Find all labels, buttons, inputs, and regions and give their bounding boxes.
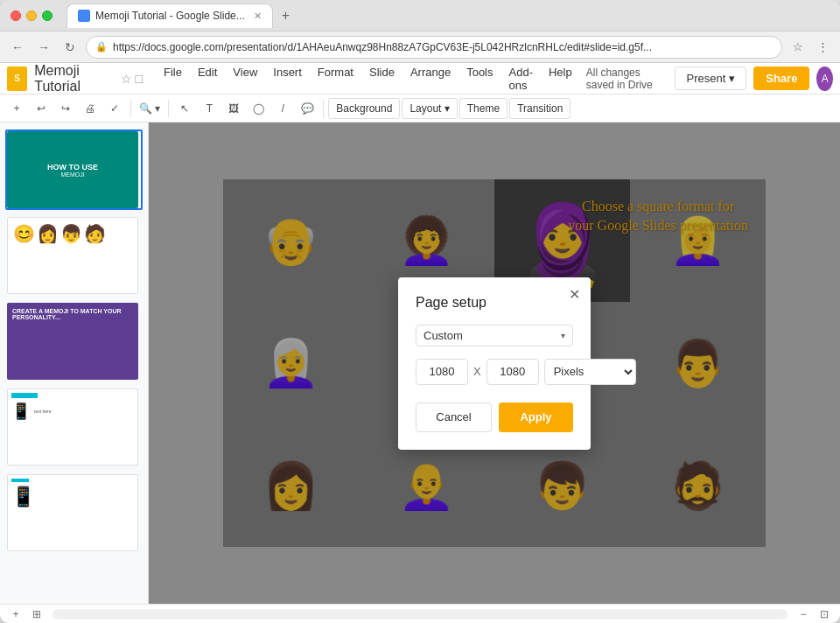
slide-panel: 1 HOW TO USE MEMOJI 2 😊 👩 👦 🧑 xyxy=(0,122,149,604)
slide-1-preview: HOW TO USE MEMOJI xyxy=(7,131,138,208)
app-menu: File Edit View Insert Format Slide Arran… xyxy=(157,62,579,95)
layout-button[interactable]: Layout ▾ xyxy=(402,98,457,119)
main-area: 1 HOW TO USE MEMOJI 2 😊 👩 👦 🧑 xyxy=(0,122,840,604)
bookmark-button[interactable]: ☆ xyxy=(788,37,808,58)
horizontal-scrollbar[interactable] xyxy=(52,609,788,620)
apply-button[interactable]: Apply xyxy=(499,402,573,432)
slides-logo-icon: S xyxy=(7,66,27,91)
canvas-area: 👴 👩‍🦱 🧕 👱‍♀️ 👩‍🦳 👨‍🦱 👧 👨 👩 👩‍🦲 👦 🧔 C xyxy=(149,122,840,604)
slide-thumb-4[interactable]: 4 📱 text here xyxy=(5,387,143,467)
height-input[interactable] xyxy=(486,359,539,385)
active-tab[interactable]: Memoji Tutorial - Google Slide... ✕ xyxy=(66,4,273,28)
toolbar-divider-1 xyxy=(130,100,131,117)
layout-label: Layout ▾ xyxy=(410,102,449,115)
toolbar-plus-button[interactable]: + xyxy=(5,97,28,120)
grid-view-button[interactable]: ⊞ xyxy=(28,606,46,623)
format-dropdown[interactable]: Custom ▾ xyxy=(416,325,573,346)
toolbar-print-button[interactable]: 🖨 xyxy=(79,97,102,120)
slide-canvas: 👴 👩‍🦱 🧕 👱‍♀️ 👩‍🦳 👨‍🦱 👧 👨 👩 👩‍🦲 👦 🧔 C xyxy=(223,179,766,547)
slide-thumb-2[interactable]: 2 😊 👩 👦 🧑 xyxy=(5,215,143,296)
toolbar-image-button[interactable]: 🖼 xyxy=(222,97,245,120)
star-icon[interactable]: ☆ xyxy=(121,72,132,86)
drive-icon[interactable]: □ xyxy=(136,72,143,86)
minimize-window-button[interactable] xyxy=(26,10,37,21)
dialog-title: Page setup xyxy=(416,295,573,311)
menu-arrange[interactable]: Arrange xyxy=(403,62,458,95)
bottom-right: − ⊡ xyxy=(794,606,833,623)
refresh-button[interactable]: ↻ xyxy=(60,37,80,58)
share-button[interactable]: Share xyxy=(753,66,809,90)
app-bar-right: All changes saved in Drive Present ▾ Sha… xyxy=(586,66,833,91)
url-text: https://docs.google.com/presentation/d/1… xyxy=(113,41,652,53)
address-actions: ☆ ⋮ xyxy=(788,37,833,58)
app-title: Memoji Tutorial xyxy=(34,63,113,94)
bottom-left: + ⊞ xyxy=(7,606,46,623)
tab-bar: Memoji Tutorial - Google Slide... ✕ + xyxy=(66,4,830,28)
transition-button[interactable]: Transition xyxy=(509,98,570,119)
saved-status: All changes saved in Drive xyxy=(586,66,668,91)
background-label: Background xyxy=(336,102,392,115)
menu-help[interactable]: Help xyxy=(542,62,579,95)
modal-overlay: Page setup ✕ Custom ▾ X xyxy=(223,179,766,547)
address-bar: ← → ↻ 🔒 https://docs.google.com/presenta… xyxy=(0,32,840,63)
slide-thumb-1[interactable]: 1 HOW TO USE MEMOJI xyxy=(5,130,143,210)
slide-5-preview: 📱 xyxy=(7,474,138,551)
toolbar-spellcheck-button[interactable]: ✓ xyxy=(103,97,126,120)
slide-2-preview: 😊 👩 👦 🧑 xyxy=(7,217,138,294)
traffic-lights xyxy=(10,10,52,21)
slide-thumb-5[interactable]: 5 📱 xyxy=(5,472,143,553)
menu-edit[interactable]: Edit xyxy=(191,62,224,95)
menu-slide[interactable]: Slide xyxy=(362,62,402,95)
toolbar-divider-2 xyxy=(168,100,169,117)
back-button[interactable]: ← xyxy=(7,37,28,58)
toolbar-zoom-button[interactable]: 🔍 ▾ xyxy=(136,97,164,120)
menu-addons[interactable]: Add-ons xyxy=(502,62,540,95)
app-title-icons: ☆ □ xyxy=(121,72,143,86)
new-tab-button[interactable]: + xyxy=(276,8,295,24)
toolbar-undo-button[interactable]: ↩ xyxy=(30,97,52,120)
zoom-out-button[interactable]: − xyxy=(794,606,812,623)
menu-insert[interactable]: Insert xyxy=(266,62,309,95)
dimension-separator: X xyxy=(473,365,481,378)
browser-menu-button[interactable]: ⋮ xyxy=(812,37,833,58)
theme-button[interactable]: Theme xyxy=(459,98,508,119)
toolbar-text-button[interactable]: T xyxy=(198,97,220,120)
slide-thumb-3[interactable]: 3 CREATE A MEMOJI TO MATCH YOUR PERSONAL… xyxy=(5,301,143,382)
menu-file[interactable]: File xyxy=(157,62,189,95)
slide-3-preview: CREATE A MEMOJI TO MATCH YOUR PERSONALIT… xyxy=(7,303,138,380)
present-dropdown-icon: ▾ xyxy=(729,72,735,85)
unit-select[interactable]: Pixels Inches Centimeters Points xyxy=(544,359,636,385)
forward-button[interactable]: → xyxy=(33,37,54,58)
present-button[interactable]: Present ▾ xyxy=(675,66,746,90)
dialog-close-button[interactable]: ✕ xyxy=(569,288,580,302)
cancel-button[interactable]: Cancel xyxy=(416,402,492,432)
url-bar[interactable]: 🔒 https://docs.google.com/presentation/d… xyxy=(86,36,782,59)
width-input[interactable] xyxy=(416,359,468,385)
tab-close-button[interactable]: ✕ xyxy=(254,10,262,22)
toolbar-shape-button[interactable]: ◯ xyxy=(247,97,270,120)
format-label: Custom xyxy=(424,329,463,342)
menu-tools[interactable]: Tools xyxy=(459,62,500,95)
dimension-row: X Pixels Inches Centimeters Points xyxy=(416,359,573,385)
maximize-window-button[interactable] xyxy=(42,10,52,21)
background-button[interactable]: Background xyxy=(328,98,400,119)
lock-icon: 🔒 xyxy=(95,41,108,52)
menu-view[interactable]: View xyxy=(226,62,264,95)
toolbar-cursor-button[interactable]: ↖ xyxy=(173,97,196,120)
menu-format[interactable]: Format xyxy=(311,62,360,95)
theme-label: Theme xyxy=(467,102,500,115)
toolbar-redo-button[interactable]: ↪ xyxy=(54,97,77,120)
toolbar-comment-button[interactable]: 💬 xyxy=(296,97,318,120)
zoom-fit-button[interactable]: ⊡ xyxy=(816,606,833,623)
title-bar: Memoji Tutorial - Google Slide... ✕ + xyxy=(0,0,840,32)
app-bar: S Memoji Tutorial ☆ □ File Edit View Ins… xyxy=(0,63,840,94)
add-slide-button[interactable]: + xyxy=(7,606,24,623)
tab-favicon xyxy=(78,10,90,22)
dialog-buttons: Cancel Apply xyxy=(416,402,573,432)
dropdown-arrow-icon: ▾ xyxy=(561,331,565,340)
close-window-button[interactable] xyxy=(10,10,21,21)
avatar[interactable]: A xyxy=(816,66,833,91)
browser-window: Memoji Tutorial - Google Slide... ✕ + ← … xyxy=(0,0,840,623)
toolbar: + ↩ ↪ 🖨 ✓ 🔍 ▾ ↖ T 🖼 ◯ / 💬 Background Lay… xyxy=(0,94,840,122)
toolbar-line-button[interactable]: / xyxy=(271,97,294,120)
